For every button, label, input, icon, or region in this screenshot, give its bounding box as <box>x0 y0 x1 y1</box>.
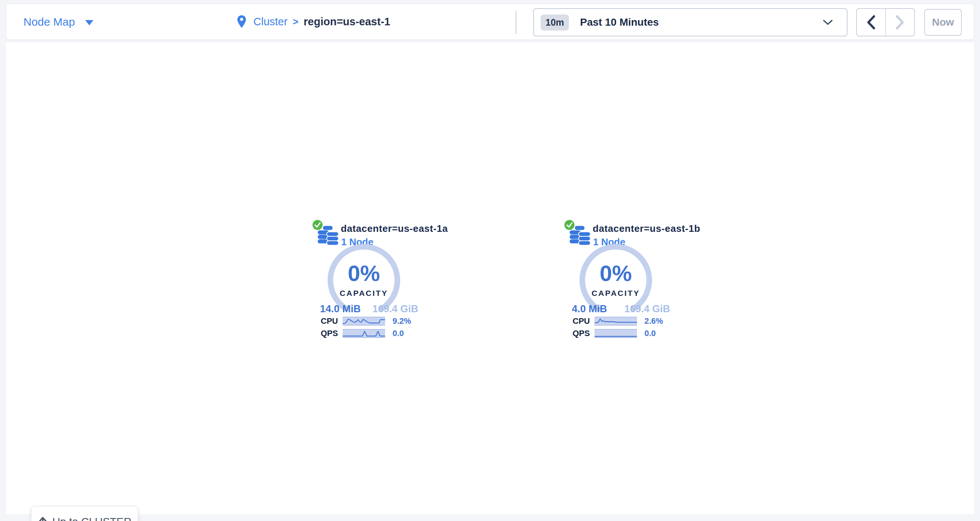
qps-sparkline <box>595 329 637 338</box>
cpu-sparkline <box>343 317 385 326</box>
qps-label: QPS <box>573 328 590 338</box>
capacity-percent: 0% <box>327 260 401 286</box>
cpu-value: 2.6% <box>644 316 663 326</box>
datacenter-card-us-east-1b[interactable]: datacenter=us-east-1b 1 Node 0% CAPACITY… <box>565 220 677 344</box>
capacity-used: 4.0 MiB <box>572 303 607 315</box>
cpu-label: CPU <box>321 316 338 326</box>
header-divider <box>515 11 516 34</box>
qps-sparkline <box>343 329 385 338</box>
time-next-button[interactable] <box>886 9 914 36</box>
chevron-down-icon <box>822 19 834 27</box>
capacity-total: 169.4 GiB <box>372 303 418 315</box>
cpu-metric-row: CPU 9.2% <box>321 316 411 326</box>
qps-value: 0.0 <box>644 328 656 338</box>
breadcrumb-cluster-link[interactable]: Cluster <box>253 16 288 28</box>
datacenter-name: datacenter=us-east-1a <box>341 223 448 234</box>
time-range-badge: 10m <box>541 14 569 30</box>
qps-metric-row: QPS 0.0 <box>321 328 404 338</box>
qps-label: QPS <box>321 328 338 338</box>
node-map-canvas: datacenter=us-east-1a 1 Node 0% CAPACITY… <box>6 42 974 514</box>
capacity-label: CAPACITY <box>327 289 401 298</box>
time-range-label: Past 10 Minutes <box>580 16 659 28</box>
capacity-total: 169.4 GiB <box>624 303 670 315</box>
breadcrumb: Cluster > region=us-east-1 <box>237 4 390 40</box>
capacity-values: 4.0 MiB 169.4 GiB <box>572 303 670 315</box>
view-selector-dropdown[interactable]: Node Map <box>24 4 93 40</box>
location-pin-icon <box>237 15 246 28</box>
time-prev-button[interactable] <box>857 9 886 36</box>
datacenter-card-us-east-1a[interactable]: datacenter=us-east-1a 1 Node 0% CAPACITY… <box>313 220 425 344</box>
cpu-label: CPU <box>573 316 590 326</box>
cpu-metric-row: CPU 2.6% <box>573 316 663 326</box>
breadcrumb-separator: > <box>293 16 298 27</box>
cpu-value: 9.2% <box>393 316 411 326</box>
view-selector-label: Node Map <box>24 16 75 28</box>
time-range-dropdown[interactable]: 10m Past 10 Minutes <box>533 8 848 37</box>
capacity-percent: 0% <box>579 260 652 286</box>
qps-metric-row: QPS 0.0 <box>573 328 656 338</box>
cpu-sparkline <box>595 317 637 326</box>
header-bar: Node Map Cluster > region=us-east-1 10m … <box>6 4 974 40</box>
qps-value: 0.0 <box>393 328 404 338</box>
capacity-values: 14.0 MiB 169.4 GiB <box>320 303 418 315</box>
arrow-up-icon <box>38 516 48 521</box>
up-to-cluster-label: Up to CLUSTER <box>52 516 132 521</box>
capacity-label: CAPACITY <box>579 289 652 298</box>
breadcrumb-current: region=us-east-1 <box>304 16 390 28</box>
capacity-used: 14.0 MiB <box>320 303 361 315</box>
time-nav-arrows <box>856 8 915 37</box>
caret-down-icon <box>85 20 93 25</box>
now-button[interactable]: Now <box>924 9 962 36</box>
datacenter-name: datacenter=us-east-1b <box>593 223 700 234</box>
up-to-cluster-button[interactable]: Up to CLUSTER <box>31 506 138 521</box>
